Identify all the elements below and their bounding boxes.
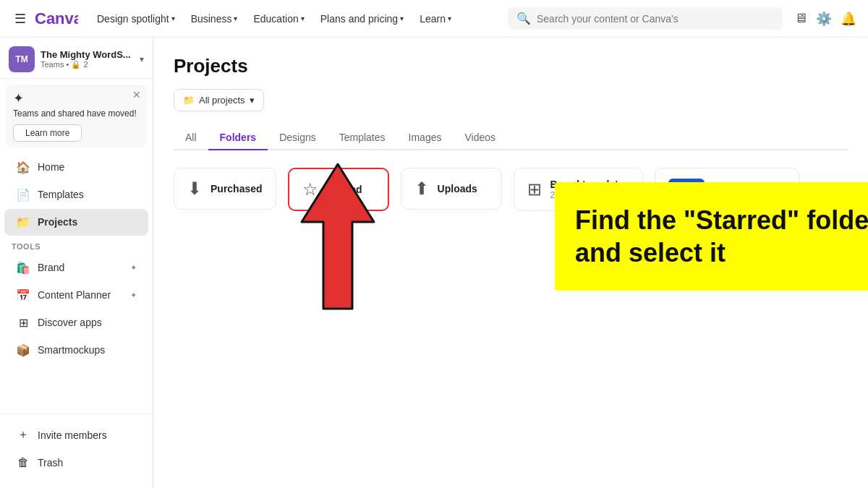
notifications-icon[interactable]: 🔔	[841, 11, 856, 27]
team-name: The Mighty WordS...	[41, 49, 134, 60]
project-tabs: All Folders Designs Templates Images Vid…	[174, 126, 848, 150]
main-content: Projects 📁 All projects ▾ All Folders De…	[153, 38, 868, 488]
sidebar-item-home[interactable]: 🏠 Home	[4, 154, 148, 181]
page-title: Projects	[174, 55, 848, 77]
folder-brand-templates-name: Brand templates	[550, 179, 630, 190]
tab-all[interactable]: All	[174, 126, 208, 150]
trash-icon: 🗑	[16, 456, 30, 469]
folder-filter-icon: 📁	[183, 95, 195, 106]
team-info: The Mighty WordS... Teams • 🔒 2	[41, 49, 134, 69]
tab-templates[interactable]: Templates	[328, 126, 397, 150]
bingo-thumbnail: BINGO	[668, 179, 705, 215]
sidebar-item-discover-apps[interactable]: ⊞ Discover apps	[4, 309, 148, 336]
folder-bingo-name: BINGO CARDS	[713, 186, 786, 197]
purchased-icon: ⬇	[187, 179, 202, 199]
nav-design-spotlight[interactable]: Design spotlight ▾	[90, 9, 182, 29]
brand-templates-icon: ⊞	[527, 179, 542, 200]
sidebar-item-brand[interactable]: 🛍️ Brand ✦	[4, 254, 148, 281]
sidebar-item-trash[interactable]: 🗑 Trash	[4, 450, 148, 476]
tab-videos[interactable]: Videos	[453, 126, 507, 150]
tab-images[interactable]: Images	[397, 126, 454, 150]
folder-bingo-cards[interactable]: BINGO BINGO CARDS	[655, 168, 799, 226]
notif-text: Teams and shared have moved!	[13, 108, 140, 120]
filter-chevron-icon: ▾	[250, 95, 255, 106]
uploads-icon: ⬆	[414, 179, 429, 199]
search-bar[interactable]: 🔍	[508, 7, 783, 30]
sidebar-item-invite[interactable]: ＋ Invite members	[4, 421, 148, 449]
all-projects-dropdown[interactable]: 📁 All projects ▾	[174, 89, 264, 111]
search-icon: 🔍	[516, 12, 531, 25]
brand-icon: 🛍️	[16, 261, 30, 275]
sidebar-home-label: Home	[38, 161, 64, 173]
discover-apps-icon: ⊞	[16, 316, 30, 330]
sidebar-content-planner-label: Content Planner	[38, 289, 111, 301]
topnav-icon-group: 🖥 ⚙️ 🔔	[794, 11, 856, 27]
hamburger-menu[interactable]: ☰	[12, 8, 29, 30]
notif-sparkle-icon: ✦	[13, 90, 140, 106]
nav-business[interactable]: Business ▾	[184, 9, 245, 29]
sidebar-smartmockups-label: Smartmockups	[38, 344, 105, 356]
home-icon: 🏠	[16, 160, 30, 174]
folder-uploads[interactable]: ⬆ Uploads	[401, 168, 502, 210]
sidebar: TM The Mighty WordS... Teams • 🔒 2 ▾ ✕ ✦…	[0, 38, 153, 488]
sidebar-bottom: ＋ Invite members 🗑 Trash	[0, 414, 153, 482]
canva-logo[interactable]: Canva	[35, 10, 78, 27]
search-input[interactable]	[537, 13, 774, 25]
top-navigation: ☰ Canva Design spotlight ▾ Business ▾ Ed…	[0, 0, 868, 38]
nav-education[interactable]: Education ▾	[246, 9, 311, 29]
sidebar-item-content-planner[interactable]: 📅 Content Planner ✦	[4, 282, 148, 309]
folder-purchased[interactable]: ⬇ Purchased	[174, 168, 276, 210]
main-layout: TM The Mighty WordS... Teams • 🔒 2 ▾ ✕ ✦…	[0, 38, 868, 488]
sidebar-trash-label: Trash	[38, 457, 63, 468]
tools-section-label: Tools	[0, 236, 153, 254]
sidebar-brand-label: Brand	[38, 262, 64, 273]
team-selector[interactable]: TM The Mighty WordS... Teams • 🔒 2 ▾	[0, 38, 153, 79]
projects-icon: 📁	[16, 215, 30, 229]
team-chevron-icon: ▾	[140, 54, 144, 64]
tab-folders[interactable]: Folders	[208, 126, 268, 150]
folder-bingo-sub: 1 item	[713, 197, 786, 207]
folder-uploads-name: Uploads	[438, 183, 477, 194]
svg-text:Canva: Canva	[35, 10, 78, 27]
invite-icon: ＋	[16, 427, 30, 442]
learn-more-button[interactable]: Learn more	[13, 124, 82, 142]
close-banner-button[interactable]: ✕	[132, 89, 141, 100]
sidebar-item-templates[interactable]: 📄 Templates	[4, 181, 148, 208]
folder-purchased-name: Purchased	[210, 183, 263, 194]
nav-plans-pricing[interactable]: Plans and pricing ▾	[313, 9, 411, 29]
nav-links: Design spotlight ▾ Business ▾ Education …	[90, 9, 502, 29]
team-avatar: TM	[9, 46, 35, 72]
folder-grid: ⬇ Purchased ☆ Starred ⬆ Uploads	[174, 168, 848, 226]
tab-designs[interactable]: Designs	[268, 126, 328, 150]
content-planner-badge: ✦	[130, 291, 137, 300]
nav-learn[interactable]: Learn ▾	[412, 9, 459, 29]
templates-icon: 📄	[16, 188, 30, 202]
sidebar-item-projects[interactable]: 📁 Projects	[4, 209, 148, 236]
starred-icon: ☆	[302, 179, 318, 200]
monitor-icon[interactable]: 🖥	[794, 11, 807, 26]
team-sub: Teams • 🔒 2	[41, 60, 134, 69]
folder-starred[interactable]: ☆ Starred	[288, 168, 389, 211]
sidebar-templates-label: Templates	[38, 189, 84, 200]
folder-brand-templates-sub: 2 designs	[550, 190, 630, 200]
sidebar-item-smartmockups[interactable]: 📦 Smartmockups	[4, 337, 148, 364]
notification-banner: ✕ ✦ Teams and shared have moved! Learn m…	[6, 85, 147, 147]
smartmockups-icon: 📦	[16, 343, 30, 357]
filter-label: All projects	[199, 95, 245, 106]
sidebar-projects-label: Projects	[38, 216, 77, 228]
sidebar-nav: 🏠 Home 📄 Templates 📁 Projects Tools 🛍️ B…	[0, 150, 153, 414]
content-planner-icon: 📅	[16, 288, 30, 302]
filter-bar: 📁 All projects ▾	[174, 89, 848, 111]
folder-brand-templates[interactable]: ⊞ Brand templates 2 designs	[514, 168, 644, 211]
settings-icon[interactable]: ⚙️	[816, 11, 832, 27]
sidebar-discover-apps-label: Discover apps	[38, 317, 102, 328]
sidebar-invite-label: Invite members	[38, 429, 107, 441]
folder-starred-name: Starred	[327, 184, 362, 195]
brand-badge: ✦	[130, 263, 137, 273]
